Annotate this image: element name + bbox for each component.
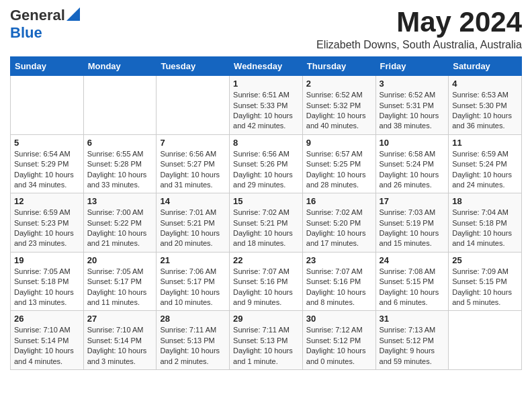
day-info: Sunrise: 7:10 AM Sunset: 5:14 PM Dayligh…: [14, 325, 80, 367]
day-number: 27: [87, 314, 153, 324]
day-cell-8: 8Sunrise: 6:56 AM Sunset: 5:26 PM Daylig…: [230, 134, 303, 193]
header-day-wednesday: Wednesday: [230, 57, 303, 76]
day-number: 6: [87, 138, 153, 148]
day-cell-24: 24Sunrise: 7:08 AM Sunset: 5:15 PM Dayli…: [375, 252, 449, 311]
day-number: 4: [452, 79, 518, 89]
day-number: 20: [87, 255, 153, 265]
header-day-saturday: Saturday: [449, 57, 522, 76]
day-number: 1: [233, 79, 299, 89]
day-cell-21: 21Sunrise: 7:06 AM Sunset: 5:17 PM Dayli…: [157, 252, 230, 311]
logo-triangle-icon: [66, 7, 80, 21]
day-cell-3: 3Sunrise: 6:52 AM Sunset: 5:31 PM Daylig…: [375, 76, 449, 135]
day-info: Sunrise: 7:04 AM Sunset: 5:18 PM Dayligh…: [452, 208, 518, 249]
day-info: Sunrise: 6:55 AM Sunset: 5:28 PM Dayligh…: [87, 149, 153, 191]
header-day-tuesday: Tuesday: [157, 57, 230, 76]
header-day-thursday: Thursday: [302, 57, 375, 76]
calendar-subtitle: Elizabeth Downs, South Australia, Austra…: [316, 39, 522, 51]
day-info: Sunrise: 6:59 AM Sunset: 5:23 PM Dayligh…: [14, 208, 80, 249]
day-cell-29: 29Sunrise: 7:11 AM Sunset: 5:13 PM Dayli…: [230, 311, 303, 370]
day-cell-18: 18Sunrise: 7:04 AM Sunset: 5:18 PM Dayli…: [449, 193, 522, 253]
day-cell-7: 7Sunrise: 6:56 AM Sunset: 5:27 PM Daylig…: [157, 134, 230, 193]
day-info: Sunrise: 7:08 AM Sunset: 5:15 PM Dayligh…: [380, 267, 445, 308]
day-cell-30: 30Sunrise: 7:12 AM Sunset: 5:12 PM Dayli…: [302, 311, 375, 370]
day-info: Sunrise: 7:05 AM Sunset: 5:17 PM Dayligh…: [87, 267, 153, 308]
day-number: 23: [306, 255, 372, 265]
day-cell-2: 2Sunrise: 6:52 AM Sunset: 5:32 PM Daylig…: [302, 76, 375, 135]
header-day-monday: Monday: [83, 57, 157, 76]
empty-cell: [83, 76, 157, 135]
day-cell-27: 27Sunrise: 7:10 AM Sunset: 5:14 PM Dayli…: [83, 311, 157, 370]
day-cell-5: 5Sunrise: 6:54 AM Sunset: 5:29 PM Daylig…: [11, 134, 84, 193]
day-number: 26: [14, 314, 80, 324]
day-number: 16: [306, 196, 372, 206]
day-number: 21: [160, 255, 226, 265]
day-number: 22: [233, 255, 299, 265]
day-info: Sunrise: 6:52 AM Sunset: 5:31 PM Dayligh…: [380, 90, 445, 132]
day-info: Sunrise: 6:53 AM Sunset: 5:30 PM Dayligh…: [452, 90, 518, 132]
day-number: 31: [380, 314, 445, 324]
day-number: 13: [87, 196, 153, 206]
day-number: 28: [160, 314, 226, 324]
day-cell-25: 25Sunrise: 7:09 AM Sunset: 5:15 PM Dayli…: [449, 252, 522, 311]
day-info: Sunrise: 6:59 AM Sunset: 5:24 PM Dayligh…: [452, 149, 518, 191]
header-day-sunday: Sunday: [11, 57, 84, 76]
day-cell-9: 9Sunrise: 6:57 AM Sunset: 5:25 PM Daylig…: [302, 134, 375, 193]
day-cell-31: 31Sunrise: 7:13 AM Sunset: 5:12 PM Dayli…: [375, 311, 449, 370]
day-info: Sunrise: 6:54 AM Sunset: 5:29 PM Dayligh…: [14, 149, 80, 191]
day-cell-11: 11Sunrise: 6:59 AM Sunset: 5:24 PM Dayli…: [449, 134, 522, 193]
week-row-2: 5Sunrise: 6:54 AM Sunset: 5:29 PM Daylig…: [11, 134, 522, 193]
week-row-3: 12Sunrise: 6:59 AM Sunset: 5:23 PM Dayli…: [11, 193, 522, 253]
empty-cell: [11, 76, 84, 135]
day-cell-22: 22Sunrise: 7:07 AM Sunset: 5:16 PM Dayli…: [230, 252, 303, 311]
days-header-row: SundayMondayTuesdayWednesdayThursdayFrid…: [11, 57, 522, 76]
day-cell-13: 13Sunrise: 7:00 AM Sunset: 5:22 PM Dayli…: [83, 193, 157, 253]
logo-general: General: [10, 7, 65, 24]
day-cell-16: 16Sunrise: 7:02 AM Sunset: 5:20 PM Dayli…: [302, 193, 375, 253]
day-number: 24: [380, 255, 445, 265]
day-cell-23: 23Sunrise: 7:07 AM Sunset: 5:16 PM Dayli…: [302, 252, 375, 311]
header-day-friday: Friday: [375, 57, 449, 76]
day-info: Sunrise: 7:02 AM Sunset: 5:20 PM Dayligh…: [306, 208, 372, 249]
day-cell-1: 1Sunrise: 6:51 AM Sunset: 5:33 PM Daylig…: [230, 76, 303, 135]
day-number: 25: [452, 255, 518, 265]
day-info: Sunrise: 7:03 AM Sunset: 5:19 PM Dayligh…: [380, 208, 445, 249]
day-number: 14: [160, 196, 226, 206]
day-number: 15: [233, 196, 299, 206]
day-info: Sunrise: 7:10 AM Sunset: 5:14 PM Dayligh…: [87, 325, 153, 367]
day-number: 8: [233, 138, 299, 148]
week-row-1: 1Sunrise: 6:51 AM Sunset: 5:33 PM Daylig…: [11, 76, 522, 135]
day-info: Sunrise: 7:09 AM Sunset: 5:15 PM Dayligh…: [452, 267, 518, 308]
day-number: 10: [380, 138, 445, 148]
day-info: Sunrise: 7:11 AM Sunset: 5:13 PM Dayligh…: [160, 325, 226, 367]
week-row-4: 19Sunrise: 7:05 AM Sunset: 5:18 PM Dayli…: [11, 252, 522, 311]
day-info: Sunrise: 7:00 AM Sunset: 5:22 PM Dayligh…: [87, 208, 153, 249]
day-cell-28: 28Sunrise: 7:11 AM Sunset: 5:13 PM Dayli…: [157, 311, 230, 370]
svg-marker-0: [66, 7, 80, 21]
day-cell-20: 20Sunrise: 7:05 AM Sunset: 5:17 PM Dayli…: [83, 252, 157, 311]
day-cell-4: 4Sunrise: 6:53 AM Sunset: 5:30 PM Daylig…: [449, 76, 522, 135]
day-number: 17: [380, 196, 445, 206]
day-number: 3: [380, 79, 445, 89]
logo-blue: Blue: [10, 24, 42, 42]
day-info: Sunrise: 7:07 AM Sunset: 5:16 PM Dayligh…: [233, 267, 299, 308]
day-info: Sunrise: 7:13 AM Sunset: 5:12 PM Dayligh…: [380, 325, 445, 367]
empty-cell: [157, 76, 230, 135]
day-info: Sunrise: 6:56 AM Sunset: 5:26 PM Dayligh…: [233, 149, 299, 191]
calendar-table: SundayMondayTuesdayWednesdayThursdayFrid…: [10, 56, 522, 370]
day-info: Sunrise: 7:07 AM Sunset: 5:16 PM Dayligh…: [306, 267, 372, 308]
day-number: 7: [160, 138, 226, 148]
day-info: Sunrise: 6:52 AM Sunset: 5:32 PM Dayligh…: [306, 90, 372, 132]
day-number: 11: [452, 138, 518, 148]
day-info: Sunrise: 6:56 AM Sunset: 5:27 PM Dayligh…: [160, 149, 226, 191]
day-number: 2: [306, 79, 372, 89]
week-row-5: 26Sunrise: 7:10 AM Sunset: 5:14 PM Dayli…: [11, 311, 522, 370]
day-info: Sunrise: 6:58 AM Sunset: 5:24 PM Dayligh…: [380, 149, 445, 191]
day-number: 5: [14, 138, 80, 148]
day-info: Sunrise: 7:02 AM Sunset: 5:21 PM Dayligh…: [233, 208, 299, 249]
day-cell-17: 17Sunrise: 7:03 AM Sunset: 5:19 PM Dayli…: [375, 193, 449, 253]
day-cell-15: 15Sunrise: 7:02 AM Sunset: 5:21 PM Dayli…: [230, 193, 303, 253]
page-header: General Blue May 2024 Elizabeth Downs, S…: [10, 7, 522, 51]
day-info: Sunrise: 7:11 AM Sunset: 5:13 PM Dayligh…: [233, 325, 299, 367]
empty-cell: [449, 311, 522, 370]
day-cell-6: 6Sunrise: 6:55 AM Sunset: 5:28 PM Daylig…: [83, 134, 157, 193]
